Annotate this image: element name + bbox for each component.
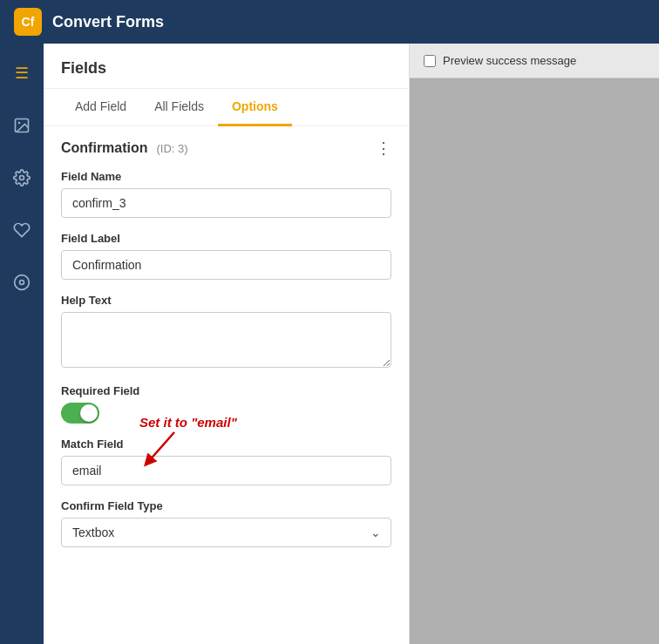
field-name-label: Field Name bbox=[61, 170, 391, 183]
preview-body bbox=[410, 78, 659, 644]
field-label-group: Field Label bbox=[61, 232, 391, 280]
confirm-field-type-group: Confirm Field Type Textbox Password ⌄ bbox=[61, 499, 391, 547]
form-content: Confirmation (ID: 3) ⋮ Field Name Field … bbox=[44, 126, 409, 575]
confirm-field-type-select-wrapper: Textbox Password ⌄ bbox=[61, 518, 391, 547]
fields-title: Fields bbox=[61, 59, 106, 77]
help-text-group: Help Text bbox=[61, 294, 391, 370]
navbar: Cf Convert Forms bbox=[0, 0, 659, 44]
section-id: (ID: 3) bbox=[156, 142, 187, 155]
fields-panel: Fields Add Field All Fields Options Conf… bbox=[44, 44, 410, 644]
app-title: Convert Forms bbox=[52, 13, 164, 31]
sidebar-item-list[interactable]: ☰ bbox=[6, 58, 37, 89]
section-title-group: Confirmation (ID: 3) bbox=[61, 140, 188, 156]
match-field-group: Match Field Set it to "email" bbox=[61, 437, 391, 485]
confirm-field-type-select[interactable]: Textbox Password bbox=[61, 518, 391, 547]
fields-header: Fields bbox=[44, 44, 409, 89]
sidebar-item-circle[interactable] bbox=[6, 267, 37, 298]
tab-add-field[interactable]: Add Field bbox=[61, 89, 140, 126]
sidebar: ☰ bbox=[0, 44, 44, 644]
tabs-bar: Add Field All Fields Options bbox=[44, 89, 409, 126]
section-title: Confirmation bbox=[61, 140, 148, 155]
preview-success-label: Preview success message bbox=[443, 54, 576, 67]
help-text-input[interactable] bbox=[61, 312, 391, 368]
sidebar-item-image[interactable] bbox=[6, 110, 37, 141]
required-toggle[interactable] bbox=[61, 403, 99, 424]
help-text-label: Help Text bbox=[61, 294, 391, 307]
svg-point-4 bbox=[20, 281, 24, 285]
svg-point-3 bbox=[15, 275, 30, 290]
tab-all-fields[interactable]: All Fields bbox=[140, 89, 218, 126]
preview-panel: Preview success message bbox=[410, 44, 659, 644]
more-options-button[interactable]: ⋮ bbox=[376, 140, 391, 156]
main-layout: ☰ Fields Add Field All Fields Option bbox=[0, 44, 659, 644]
field-label-input[interactable] bbox=[61, 250, 391, 280]
preview-header: Preview success message bbox=[410, 44, 659, 78]
tab-options[interactable]: Options bbox=[218, 89, 292, 126]
toggle-thumb bbox=[80, 404, 98, 422]
sidebar-item-plugins[interactable] bbox=[6, 214, 37, 246]
required-toggle-row bbox=[61, 403, 391, 424]
confirm-field-type-label: Confirm Field Type bbox=[61, 499, 391, 512]
toggle-track[interactable] bbox=[61, 403, 99, 424]
svg-point-1 bbox=[18, 122, 20, 125]
preview-success-checkbox[interactable] bbox=[424, 55, 436, 67]
sidebar-item-settings[interactable] bbox=[6, 162, 37, 193]
required-field-label: Required Field bbox=[61, 384, 391, 397]
match-field-input[interactable] bbox=[61, 456, 391, 485]
app-logo: Cf bbox=[14, 8, 42, 36]
match-field-label: Match Field bbox=[61, 437, 391, 451]
field-name-input[interactable] bbox=[61, 188, 391, 218]
section-header: Confirmation (ID: 3) ⋮ bbox=[61, 140, 391, 156]
required-field-group: Required Field bbox=[61, 384, 391, 424]
field-name-group: Field Name bbox=[61, 170, 391, 218]
field-label-label: Field Label bbox=[61, 232, 391, 245]
svg-point-2 bbox=[20, 176, 24, 180]
